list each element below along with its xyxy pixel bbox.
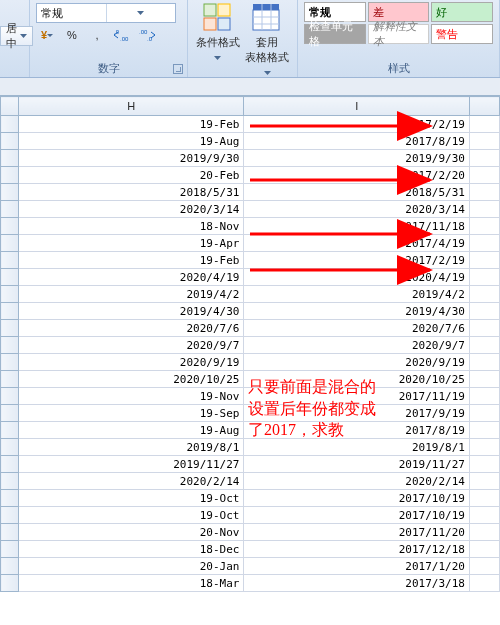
row-header[interactable] — [1, 252, 19, 269]
cell-I[interactable]: 2017/12/18 — [244, 541, 469, 558]
row-header[interactable] — [1, 422, 19, 439]
decrease-decimal-button[interactable]: .00.0 — [136, 25, 158, 45]
cell-I[interactable]: 2019/4/2 — [244, 286, 469, 303]
row-header[interactable] — [1, 439, 19, 456]
cell-I[interactable]: 2019/9/30 — [244, 150, 469, 167]
cell-I[interactable]: 2020/9/7 — [244, 337, 469, 354]
cell-I[interactable]: 2017/9/19 — [244, 405, 469, 422]
cell-next[interactable] — [469, 422, 499, 439]
row-header[interactable] — [1, 201, 19, 218]
cell-I[interactable]: 2020/4/19 — [244, 269, 469, 286]
cell-H[interactable]: 2020/7/6 — [19, 320, 244, 337]
cell-H[interactable]: 20-Feb — [19, 167, 244, 184]
cell-style-warn[interactable]: 警告 — [431, 24, 493, 44]
cell-H[interactable]: 2019/11/27 — [19, 456, 244, 473]
cell-I[interactable]: 2017/11/19 — [244, 388, 469, 405]
cell-H[interactable]: 19-Feb — [19, 116, 244, 133]
row-header[interactable] — [1, 541, 19, 558]
cell-next[interactable] — [469, 303, 499, 320]
row-header[interactable] — [1, 184, 19, 201]
percent-button[interactable]: % — [61, 25, 83, 45]
cell-next[interactable] — [469, 150, 499, 167]
cell-I[interactable]: 2017/10/19 — [244, 490, 469, 507]
cell-style-explain[interactable]: 解释性文本 — [368, 24, 430, 44]
cell-H[interactable]: 2020/2/14 — [19, 473, 244, 490]
cell-next[interactable] — [469, 184, 499, 201]
cell-H[interactable]: 2020/9/7 — [19, 337, 244, 354]
row-header[interactable] — [1, 490, 19, 507]
cell-I[interactable]: 2020/3/14 — [244, 201, 469, 218]
spreadsheet-grid[interactable]: H I 19-Feb2017/2/1919-Aug2017/8/192019/9… — [0, 96, 500, 592]
cell-I[interactable]: 2017/8/19 — [244, 422, 469, 439]
row-header[interactable] — [1, 524, 19, 541]
cell-I[interactable]: 2020/2/14 — [244, 473, 469, 490]
conditional-formatting-button[interactable]: 条件格式 — [194, 2, 242, 62]
row-header[interactable] — [1, 456, 19, 473]
cell-next[interactable] — [469, 286, 499, 303]
row-header[interactable] — [1, 337, 19, 354]
cell-H[interactable]: 19-Apr — [19, 235, 244, 252]
row-header[interactable] — [1, 405, 19, 422]
row-header[interactable] — [1, 269, 19, 286]
cell-next[interactable] — [469, 354, 499, 371]
cell-H[interactable]: 18-Mar — [19, 575, 244, 592]
cell-I[interactable]: 2019/4/30 — [244, 303, 469, 320]
cell-next[interactable] — [469, 456, 499, 473]
column-header-H[interactable]: H — [19, 97, 244, 116]
cell-next[interactable] — [469, 337, 499, 354]
cell-H[interactable]: 19-Oct — [19, 490, 244, 507]
cell-I[interactable]: 2018/5/31 — [244, 184, 469, 201]
cell-style-good[interactable]: 好 — [431, 2, 493, 22]
select-all-corner[interactable] — [1, 97, 19, 116]
cell-next[interactable] — [469, 235, 499, 252]
cell-H[interactable]: 20-Nov — [19, 524, 244, 541]
row-header[interactable] — [1, 371, 19, 388]
row-header[interactable] — [1, 218, 19, 235]
cell-next[interactable] — [469, 388, 499, 405]
row-header[interactable] — [1, 150, 19, 167]
row-header[interactable] — [1, 558, 19, 575]
cell-next[interactable] — [469, 405, 499, 422]
cell-I[interactable]: 2020/10/25 — [244, 371, 469, 388]
cell-H[interactable]: 19-Nov — [19, 388, 244, 405]
cell-H[interactable]: 19-Oct — [19, 507, 244, 524]
comma-style-button[interactable]: , — [86, 25, 108, 45]
cell-next[interactable] — [469, 320, 499, 337]
cell-H[interactable]: 2020/4/19 — [19, 269, 244, 286]
row-header[interactable] — [1, 507, 19, 524]
cell-I[interactable]: 2020/7/6 — [244, 320, 469, 337]
cell-I[interactable]: 2017/8/19 — [244, 133, 469, 150]
cell-H[interactable]: 19-Aug — [19, 133, 244, 150]
cell-next[interactable] — [469, 116, 499, 133]
cell-next[interactable] — [469, 167, 499, 184]
cell-I[interactable]: 2017/3/18 — [244, 575, 469, 592]
cell-next[interactable] — [469, 507, 499, 524]
row-header[interactable] — [1, 320, 19, 337]
cell-next[interactable] — [469, 558, 499, 575]
row-header[interactable] — [1, 575, 19, 592]
cell-next[interactable] — [469, 524, 499, 541]
row-header[interactable] — [1, 303, 19, 320]
cell-I[interactable]: 2017/2/19 — [244, 116, 469, 133]
cell-H[interactable]: 2019/4/30 — [19, 303, 244, 320]
cell-style-check[interactable]: 检查单元格 — [304, 24, 366, 44]
cell-next[interactable] — [469, 439, 499, 456]
cell-H[interactable]: 2020/9/19 — [19, 354, 244, 371]
cell-H[interactable]: 18-Nov — [19, 218, 244, 235]
cell-next[interactable] — [469, 201, 499, 218]
cell-next[interactable] — [469, 252, 499, 269]
cell-I[interactable]: 2017/4/19 — [244, 235, 469, 252]
cell-H[interactable]: 2020/3/14 — [19, 201, 244, 218]
cell-I[interactable]: 2020/9/19 — [244, 354, 469, 371]
cell-next[interactable] — [469, 575, 499, 592]
cell-I[interactable]: 2017/1/20 — [244, 558, 469, 575]
cell-next[interactable] — [469, 269, 499, 286]
cell-H[interactable]: 2018/5/31 — [19, 184, 244, 201]
column-header-I[interactable]: I — [244, 97, 469, 116]
cell-H[interactable]: 19-Feb — [19, 252, 244, 269]
increase-decimal-button[interactable]: .0.00 — [111, 25, 133, 45]
row-header[interactable] — [1, 167, 19, 184]
cell-I[interactable]: 2019/11/27 — [244, 456, 469, 473]
accounting-format-button[interactable]: ¥ — [36, 25, 58, 45]
cell-H[interactable]: 2020/10/25 — [19, 371, 244, 388]
